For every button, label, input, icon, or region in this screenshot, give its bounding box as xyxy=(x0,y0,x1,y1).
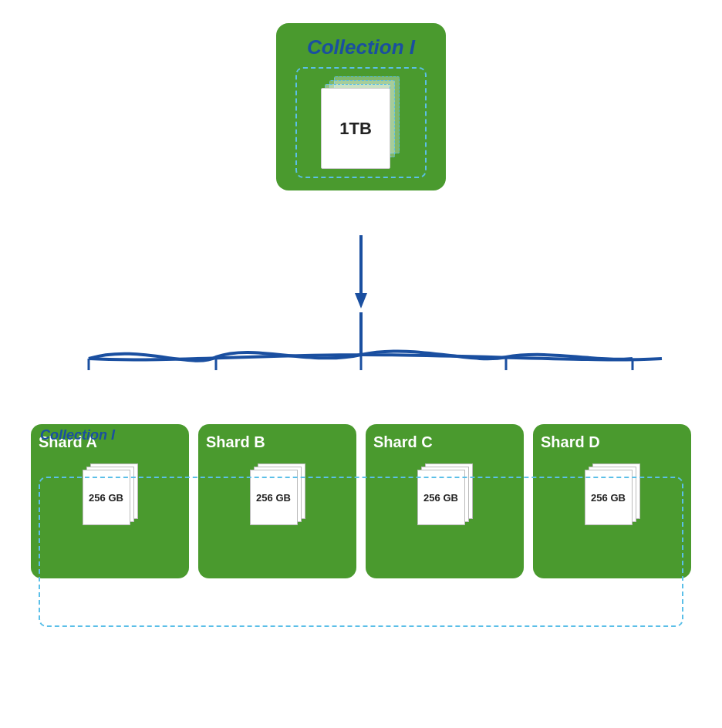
svg-marker-1 xyxy=(355,293,367,308)
doc-stack-top: 1TB xyxy=(319,76,403,169)
shard-b-doc-main: 256 GB xyxy=(250,470,298,525)
shard-a-doc-stack: 256 GB xyxy=(79,463,141,529)
shard-a-box: Shard A 256 GB xyxy=(31,424,189,578)
shard-c-title: Shard C xyxy=(373,433,433,451)
shard-d-box: Shard D 256 GB xyxy=(533,424,691,578)
top-collection-inner: 1TB xyxy=(295,67,427,178)
shard-c-doc-main: 256 GB xyxy=(417,470,465,525)
shard-d-doc-main: 256 GB xyxy=(585,470,633,525)
shard-b-doc-stack: 256 GB xyxy=(247,463,309,529)
doc-page-main: 1TB xyxy=(321,88,390,169)
doc-size-label: 1TB xyxy=(339,119,372,139)
shards-container: Shard A 256 GB Shard B 256 GB Shard C 25… xyxy=(31,424,691,578)
top-collection-box: Collection I 1TB xyxy=(276,23,446,190)
shard-d-doc-stack: 256 GB xyxy=(582,463,643,529)
top-collection-title: Collection I xyxy=(307,35,415,59)
shard-c-doc-stack: 256 GB xyxy=(414,463,476,529)
shard-a-doc-main: 256 GB xyxy=(83,470,130,525)
diagram-container: Collection I 1TB Co xyxy=(0,0,722,728)
shard-b-title: Shard B xyxy=(206,433,265,451)
connection-arrows-svg xyxy=(0,235,722,443)
collection-bottom-label: Collection I xyxy=(40,427,115,443)
shard-d-title: Shard D xyxy=(541,433,600,451)
shard-c-box: Shard C 256 GB xyxy=(366,424,524,578)
shard-b-box: Shard B 256 GB xyxy=(198,424,356,578)
